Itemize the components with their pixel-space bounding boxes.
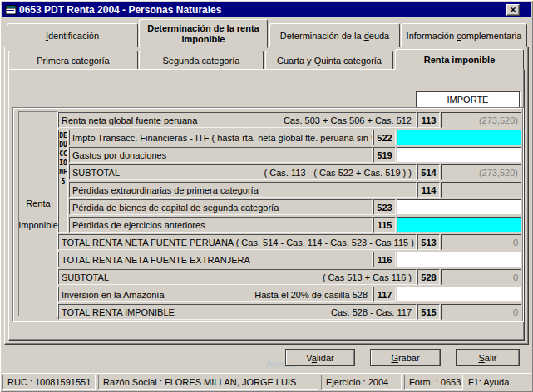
status-ruc: RUC : 10081591551 xyxy=(2,375,96,390)
row-value-528: 0 xyxy=(441,269,521,285)
validar-button[interactable]: Validar xyxy=(285,349,355,366)
row-code: 522 xyxy=(373,130,396,145)
status-ejercicio: Ejercicio : 2004 xyxy=(321,375,402,390)
table-row-114: Pérdidas extraordinarias de primera cate… xyxy=(58,182,521,198)
tab-determinacion-renta-imponible[interactable]: Determinación de la renta imponible xyxy=(139,19,268,48)
row-value-113: (273,520) xyxy=(441,112,521,128)
app-window: 0653 PDT Renta 2004 - Personas Naturales… xyxy=(0,0,533,392)
row-code: 515 xyxy=(417,304,440,320)
renta-imponible-groupbox: Renta Imponible DEDUCCIONES Renta neta g… xyxy=(12,107,523,321)
row-code: 528 xyxy=(417,269,440,285)
table-row-528: SUBTOTAL( Cas 513 + Cas 116 ) 528 0 xyxy=(58,269,521,285)
row-value-input-117[interactable] xyxy=(397,287,521,302)
row-code: 523 xyxy=(373,199,396,215)
tab-label: Determinación de la xyxy=(280,31,364,41)
row-label: TOTAL RENTA NETA FUENTE PERUANA ( Cas. 5… xyxy=(62,238,414,247)
row-value-513: 0 xyxy=(441,234,521,250)
table-row-514: SUBTOTAL( Cas. 113 - ( Cas 522 + Cas. 51… xyxy=(58,164,521,180)
row-label: SUBTOTAL xyxy=(72,168,120,178)
close-button[interactable]: ✕ xyxy=(506,4,520,16)
subtab-label: Primera categoría xyxy=(37,56,109,66)
row-formula: ( Cas 513 + Cas 116 ) xyxy=(316,272,412,282)
grabar-button[interactable]: Grabar xyxy=(370,349,441,366)
tab-label: Información xyxy=(407,31,457,41)
row-label: Inversión en la Amazonía xyxy=(62,290,165,300)
row-formula: ( Cas. 113 - ( Cas 522 + Cas. 519 ) ) xyxy=(258,168,412,178)
tab-identificacion[interactable]: Identificación xyxy=(7,23,138,47)
row-value-input-522[interactable] xyxy=(397,130,521,145)
status-bar: RUC : 10081591551 Razón Social : FLORES … xyxy=(2,373,531,390)
group-side-label: Renta Imponible xyxy=(18,111,58,316)
subtab-page-renta-imponible: IMPORTE Renta Imponible DEDUCCIONES Rent… xyxy=(8,69,525,341)
subtab-segunda-categoria[interactable]: Segunda categoría xyxy=(139,51,264,70)
status-razon-social: Razón Social : FLORES MILLAN, JORGE LUIS xyxy=(98,375,318,390)
row-value-515: 0 xyxy=(441,304,521,320)
row-label: Pérdidas de ejercicios anteriores xyxy=(72,220,205,230)
status-ayuda: F1: Ayuda xyxy=(466,375,531,390)
deducciones-vertical-label: DEDUCCIONES xyxy=(58,130,68,233)
rows-container: DEDUCCIONES Renta neta global fuente per… xyxy=(58,112,521,321)
row-code: 116 xyxy=(373,252,396,267)
row-code: 519 xyxy=(373,147,396,163)
window-title: 0653 PDT Renta 2004 - Personas Naturales xyxy=(19,4,221,16)
table-row-115: Pérdidas de ejercicios anteriores 115 xyxy=(58,217,521,233)
app-icon xyxy=(5,4,17,16)
row-formula: Cas. 528 - Cas. 117 xyxy=(324,307,412,317)
tab-label: euda xyxy=(369,31,389,41)
row-label: Impto Transacc. Financieras - ITF ( hast… xyxy=(72,133,373,143)
subtab-label: Segunda categoría xyxy=(163,56,240,66)
row-value-input-523[interactable] xyxy=(397,199,521,215)
table-row-117: Inversión en la AmazoníaHasta el 20% de … xyxy=(58,287,521,302)
salir-button[interactable]: Salir xyxy=(456,349,520,366)
table-row-513: TOTAL RENTA NETA FUENTE PERUANA ( Cas. 5… xyxy=(58,234,521,250)
row-label: Pérdidas extraordinarias de primera cate… xyxy=(72,185,259,195)
row-value-input-116[interactable] xyxy=(397,252,521,267)
subtab-label: Renta imponible xyxy=(424,55,496,65)
row-code: 113 xyxy=(417,112,440,128)
row-label: TOTAL RENTA NETA FUENTE EXTRANJERA xyxy=(62,255,250,265)
table-row-116: TOTAL RENTA NETA FUENTE EXTRANJERA 116 xyxy=(58,252,521,267)
tab-label: omplementaria xyxy=(461,31,522,41)
row-label: SUBTOTAL xyxy=(62,272,109,282)
row-value-114 xyxy=(441,182,521,198)
row-code: 117 xyxy=(373,287,396,302)
subtab-cuarta-quinta-categoria[interactable]: Cuarta y Quinta categoría xyxy=(265,51,393,70)
subtab-label: Cuarta y Quinta categoría xyxy=(277,56,382,66)
tab-determinacion-deuda[interactable]: Determinación de la deuda xyxy=(269,23,400,47)
subtab-renta-imponible[interactable]: Renta imponible xyxy=(395,49,524,70)
row-value-input-115[interactable] xyxy=(397,217,521,233)
importe-column-header: IMPORTE xyxy=(416,91,520,108)
tab-label: Determinación de la renta imponible xyxy=(143,23,264,45)
row-label: Renta neta global fuente peruana xyxy=(62,115,197,125)
table-row-523: Pérdida de bienes de capital de segunda … xyxy=(58,199,521,215)
subtab-primera-categoria[interactable]: Primera categoría xyxy=(8,51,138,70)
table-row-113: Renta neta global fuente peruanaCas. 503… xyxy=(58,112,521,128)
title-bar: 0653 PDT Renta 2004 - Personas Naturales… xyxy=(2,2,531,17)
side-label-renta: Renta xyxy=(26,198,50,208)
row-code: 513 xyxy=(417,234,440,250)
row-label: TOTAL RENTA IMPONIBLE xyxy=(62,307,175,317)
row-code: 514 xyxy=(417,164,440,180)
row-formula: Hasta el 20% de casilla 528 xyxy=(248,290,368,300)
row-value-514: (273,520) xyxy=(441,164,521,180)
row-value-input-519[interactable] xyxy=(397,147,521,163)
side-label-imponible: Imponible xyxy=(18,220,58,230)
table-row-522: Impto Transacc. Financieras - ITF ( hast… xyxy=(58,130,521,145)
row-code: 114 xyxy=(417,182,440,198)
row-formula: Cas. 503 + Cas 506 + Cas. 512 xyxy=(277,115,412,125)
table-row-515: TOTAL RENTA IMPONIBLECas. 528 - Cas. 117… xyxy=(58,304,521,320)
row-code: 115 xyxy=(373,217,396,233)
status-formulario: Form. : 0653 xyxy=(404,375,463,390)
table-row-519: Gastos por donaciones 519 xyxy=(58,147,521,163)
tab-informacion-complementaria[interactable]: Información complementaria xyxy=(401,23,527,47)
row-label: Gastos por donaciones xyxy=(72,150,166,160)
tab-label: dentificación xyxy=(48,31,99,41)
row-label: Pérdida de bienes de capital de segunda … xyxy=(72,203,279,213)
